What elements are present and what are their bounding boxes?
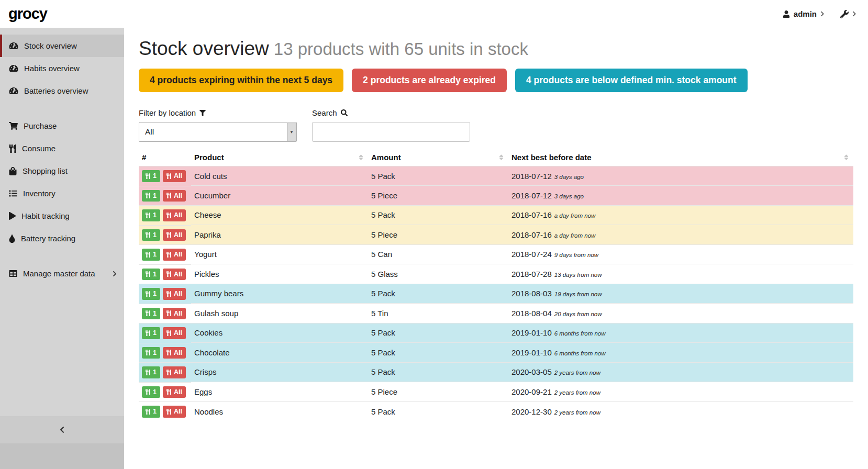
search-input[interactable] <box>312 122 470 142</box>
row-actions: 1 All <box>139 401 191 421</box>
consume-all-button[interactable]: All <box>163 308 186 320</box>
table-row: 1 All Yogurt 5 Can 2018-07-249 days from… <box>139 244 853 264</box>
consume-all-button[interactable]: All <box>163 406 186 418</box>
best-before-cell: 2018-08-0420 days from now <box>508 304 853 323</box>
utensils-icon <box>146 389 150 395</box>
user-menu[interactable]: admin <box>783 9 825 18</box>
location-filter-select[interactable]: All ▼ <box>139 122 297 142</box>
utensils-icon <box>146 193 150 198</box>
consume-one-button[interactable]: 1 <box>142 269 160 281</box>
utensils-icon <box>9 144 16 153</box>
table-header-row: # Product Amount Next best before date <box>139 150 853 166</box>
consume-one-button[interactable]: 1 <box>142 366 160 378</box>
consume-one-button[interactable]: 1 <box>142 209 160 221</box>
sidebar-item-stock-overview[interactable]: Stock overview <box>0 35 124 57</box>
table-row: 1 All Gulash soup 5 Tin 2018-08-0420 day… <box>139 304 853 323</box>
consume-one-button[interactable]: 1 <box>142 288 160 300</box>
location-filter: Filter by location All ▼ <box>139 108 297 142</box>
table-row: 1 All Cheese 5 Pack 2018-07-16a day from… <box>139 205 853 225</box>
product-amount: 5 Pack <box>368 343 508 363</box>
product-amount: 5 Tin <box>368 304 508 323</box>
sidebar-item-label: Inventory <box>23 189 55 198</box>
chevron-left-icon <box>60 426 64 433</box>
consume-all-button[interactable]: All <box>163 347 186 359</box>
utensils-icon <box>166 330 171 336</box>
wrench-icon <box>840 10 849 18</box>
consume-all-button[interactable]: All <box>163 190 186 202</box>
app-window: grocy admin Stock overview <box>0 0 868 469</box>
sidebar-item-inventory[interactable]: Inventory <box>0 182 124 205</box>
sidebar-item-habit-tracking[interactable]: Habit tracking <box>0 205 124 227</box>
consume-one-button[interactable]: 1 <box>142 190 160 202</box>
consume-all-button[interactable]: All <box>163 327 186 339</box>
column-header-product[interactable]: Product <box>191 150 368 166</box>
best-before-cell: 2020-09-212 years from now <box>508 382 853 402</box>
utensils-icon <box>166 291 171 297</box>
below-min-stock-button[interactable]: 4 products are below defined min. stock … <box>515 69 748 92</box>
row-actions: 1 All <box>139 186 191 206</box>
consume-one-button[interactable]: 1 <box>142 249 160 261</box>
sidebar-item-shopping-list[interactable]: Shopping list <box>0 160 124 182</box>
table-row: 1 All Gummy bears 5 Pack 2018-08-0319 da… <box>139 284 853 304</box>
consume-one-button[interactable]: 1 <box>142 347 160 359</box>
sidebar-item-battery-tracking[interactable]: Battery tracking <box>0 227 124 250</box>
expired-products-button[interactable]: 2 products are already expired <box>352 69 507 92</box>
consume-all-button[interactable]: All <box>163 288 186 300</box>
consume-one-button[interactable]: 1 <box>142 406 160 418</box>
chevron-right-icon <box>820 11 825 17</box>
row-actions: 1 All <box>139 284 191 304</box>
utensils-icon <box>166 173 171 179</box>
row-actions: 1 All <box>139 382 191 402</box>
utensils-icon <box>146 291 150 297</box>
sidebar-item-label: Habit tracking <box>21 211 70 220</box>
sidebar-item-label: Purchase <box>24 121 57 130</box>
best-before-cell: 2018-07-249 days from now <box>508 244 853 264</box>
settings-menu[interactable] <box>840 10 856 18</box>
product-name: Crisps <box>191 362 368 382</box>
utensils-icon <box>166 350 171 355</box>
consume-one-button[interactable]: 1 <box>142 386 160 398</box>
product-amount: 5 Pack <box>368 205 508 225</box>
best-before-cell: 2018-07-123 days ago <box>508 166 853 186</box>
consume-all-button[interactable]: All <box>163 170 186 182</box>
expiring-products-button[interactable]: 4 products expiring within the next 5 da… <box>139 69 343 92</box>
grocy-logo[interactable]: grocy <box>8 5 47 23</box>
sidebar-item-batteries-overview[interactable]: Batteries overview <box>0 80 124 102</box>
product-amount: 5 Glass <box>368 264 508 284</box>
consume-all-button[interactable]: All <box>163 229 186 241</box>
sidebar-item-purchase[interactable]: Purchase <box>0 115 124 137</box>
sidebar-item-manage-master-data[interactable]: Manage master data <box>0 262 124 285</box>
consume-one-button[interactable]: 1 <box>142 229 160 241</box>
sidebar-item-consume[interactable]: Consume <box>0 137 124 160</box>
best-before-cell: 2018-08-0319 days from now <box>508 284 853 304</box>
consume-one-button[interactable]: 1 <box>142 327 160 339</box>
table-row: 1 All Crisps 5 Pack 2020-03-052 years fr… <box>139 362 853 382</box>
sidebar-collapse-button[interactable] <box>0 416 124 443</box>
table-row: 1 All Cold cuts 5 Pack 2018-07-123 days … <box>139 166 853 186</box>
chevron-right-icon <box>852 11 856 17</box>
consume-one-button[interactable]: 1 <box>142 308 160 320</box>
consume-all-button[interactable]: All <box>163 366 186 378</box>
product-name: Paprika <box>191 225 368 245</box>
stock-table-body: 1 All Cold cuts 5 Pack 2018-07-123 days … <box>139 166 853 421</box>
sidebar-item-habits-overview[interactable]: Habits overview <box>0 57 124 80</box>
column-header-best-before[interactable]: Next best before date <box>508 150 853 166</box>
sidebar-item-label: Batteries overview <box>24 86 88 95</box>
consume-all-button[interactable]: All <box>163 209 186 221</box>
utensils-icon <box>166 232 171 238</box>
utensils-icon <box>166 252 171 258</box>
sidebar-item-label: Shopping list <box>23 166 68 175</box>
utensils-icon <box>146 173 150 179</box>
main-content: Stock overview13 products with 65 units … <box>124 28 868 469</box>
product-amount: 5 Piece <box>368 382 508 402</box>
utensils-icon <box>146 409 150 415</box>
consume-all-button[interactable]: All <box>163 249 186 261</box>
consume-all-button[interactable]: All <box>163 269 186 281</box>
consume-all-button[interactable]: All <box>163 386 186 398</box>
column-header-amount[interactable]: Amount <box>368 150 508 166</box>
consume-one-button[interactable]: 1 <box>142 170 160 182</box>
table-row: 1 All Cookies 5 Pack 2019-01-106 months … <box>139 323 853 343</box>
product-name: Eggs <box>191 382 368 402</box>
sidebar-item-label: Stock overview <box>24 41 77 50</box>
stock-table: # Product Amount Next best before date <box>139 150 853 421</box>
